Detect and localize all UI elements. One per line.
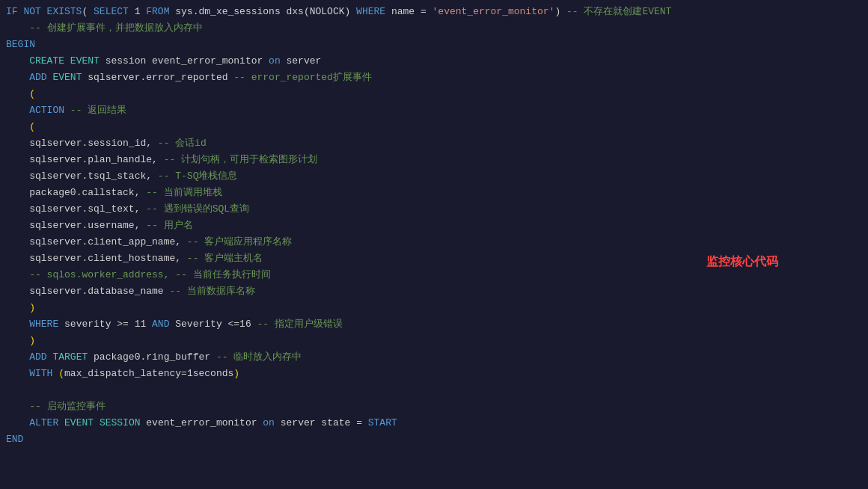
code-line: END [0, 432, 868, 449]
code-line: sqlserver.username, -- 用户名 [0, 218, 868, 235]
code-line: sqlserver.client_app_name, -- 客户端应用程序名称 [0, 235, 868, 251]
code-line: WITH (max_dispatch_latency=1seconds) [0, 366, 868, 383]
code-line: ( [0, 120, 868, 136]
code-content: IF NOT EXISTS( SELECT 1 FROM sys.dm_xe_s… [0, 4, 868, 449]
code-line: ) [0, 333, 868, 350]
code-line: ACTION -- 返回结果 [0, 103, 868, 120]
code-line: sqlserver.database_name -- 当前数据库名称 [0, 284, 868, 301]
code-line: -- 启动监控事件 [0, 399, 868, 416]
code-line: WHERE severity >= 11 AND Severity <=16 -… [0, 317, 868, 333]
code-line: BEGIN [0, 37, 868, 54]
code-line: ) [0, 301, 868, 317]
code-line: sqlserver.tsql_stack, -- T-SQ堆栈信息 [0, 169, 868, 185]
code-line: ( [0, 87, 868, 103]
code-line: sqlserver.sql_text, -- 遇到错误的SQL查询 [0, 202, 868, 218]
code-line: sqlserver.session_id, -- 会话id [0, 136, 868, 153]
section-label: 监控核心代码 [706, 254, 778, 270]
code-line: ADD EVENT sqlserver.error_reported -- er… [0, 70, 868, 87]
code-line: ALTER EVENT SESSION event_error_monitor … [0, 416, 868, 432]
code-line: ADD TARGET package0.ring_buffer -- 临时放入内… [0, 350, 868, 366]
code-line [0, 383, 868, 399]
code-line: sqlserver.plan_handle, -- 计划句柄，可用于检索图形计划 [0, 153, 868, 169]
code-line: -- 创建扩展事件，并把数据放入内存中 [0, 21, 868, 37]
code-line: -- sqlos.worker_address, -- 当前任务执行时间 [0, 268, 868, 284]
code-line: package0.callstack, -- 当前调用堆栈 [0, 185, 868, 202]
code-line: IF NOT EXISTS( SELECT 1 FROM sys.dm_xe_s… [0, 4, 868, 21]
code-line: CREATE EVENT session event_error_monitor… [0, 54, 868, 70]
code-editor: IF NOT EXISTS( SELECT 1 FROM sys.dm_xe_s… [0, 0, 868, 489]
